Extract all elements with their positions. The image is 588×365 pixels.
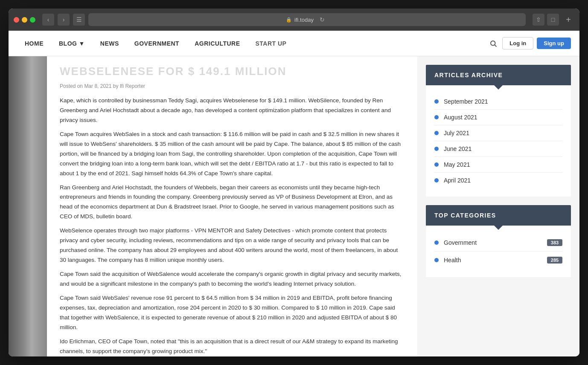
archive-widget-body: September 2021 August 2021 July 2021: [426, 85, 571, 197]
category-item-government[interactable]: Government 383: [434, 234, 562, 252]
url-text: ifi.today: [294, 17, 314, 23]
categories-header-triangle: [494, 226, 503, 230]
lock-icon: 🔒: [286, 17, 292, 23]
left-bg-gradient: [9, 56, 47, 356]
category-dot: [434, 258, 439, 262]
nav-news[interactable]: NEWS: [93, 31, 127, 56]
svg-point-0: [491, 41, 495, 46]
browser-titlebar: ‹ › ☰ 🔒 ifi.today ↻ ⇧ □ +: [9, 9, 579, 31]
back-button[interactable]: ‹: [42, 14, 54, 26]
site-nav: HOME BLOG ▼ NEWS GOVERNMENT AGRICULTURE …: [17, 31, 488, 56]
site-header: HOME BLOG ▼ NEWS GOVERNMENT AGRICULTURE …: [9, 31, 579, 56]
category-count: 383: [547, 239, 562, 246]
archive-label: July 2021: [444, 130, 469, 136]
forward-button[interactable]: ›: [58, 14, 70, 26]
article-heading-wrapper: WEBSELENESE FOR $ 149.1 MILLION: [60, 65, 405, 78]
sidebar-toggle-button[interactable]: ☰: [73, 14, 85, 26]
archive-item-may2021[interactable]: May 2021: [434, 157, 562, 173]
left-background: [9, 56, 47, 356]
browser-actions: ⇧ □: [533, 14, 559, 26]
archive-dot: [434, 147, 439, 151]
nav-blog[interactable]: BLOG ▼: [51, 31, 93, 56]
minimize-button[interactable]: [22, 17, 27, 23]
archive-widget-header: ARTICLES ARCHIVE: [426, 65, 571, 85]
archive-label: June 2021: [444, 145, 472, 152]
search-button[interactable]: [488, 38, 499, 49]
traffic-lights: [14, 17, 35, 23]
archive-item-sep2021[interactable]: September 2021: [434, 94, 562, 110]
header-actions: Log in Sign up: [488, 37, 571, 49]
archive-label: August 2021: [444, 114, 477, 121]
right-sidebar: ARTICLES ARCHIVE September 2021 August 2…: [417, 56, 579, 356]
nav-home[interactable]: HOME: [17, 31, 51, 56]
archive-dot: [434, 115, 439, 119]
category-item-health[interactable]: Health 285: [434, 252, 562, 269]
chevron-down-icon: ▼: [79, 40, 84, 47]
archive-item-aug2021[interactable]: August 2021: [434, 110, 562, 125]
address-bar[interactable]: 🔒 ifi.today ↻: [88, 13, 526, 26]
archive-label: May 2021: [444, 161, 470, 168]
archive-widget: ARTICLES ARCHIVE September 2021 August 2…: [426, 65, 571, 197]
archive-widget-title: ARTICLES ARCHIVE: [434, 72, 562, 78]
categories-widget-header: TOP CATEGORIES: [426, 205, 571, 226]
archive-item-jun2021[interactable]: June 2021: [434, 141, 562, 157]
category-name: Government: [444, 239, 477, 246]
category-name: Health: [444, 257, 461, 264]
article-paragraph-6: Cape Town said WebSales' revenue rose 91…: [60, 293, 405, 333]
category-left: Government: [434, 239, 477, 246]
categories-widget-body: Government 383 Health 285: [426, 226, 571, 277]
archive-dot: [434, 131, 439, 135]
category-left: Health: [434, 257, 461, 264]
article-paragraph-5: Cape Town said the acquisition of WebSal…: [60, 269, 405, 289]
archive-label: September 2021: [444, 98, 488, 105]
article-paragraph-4: WebSelence operates through two major pl…: [60, 226, 405, 265]
article-paragraph-7: Ido Erlichman, CEO of Cape Town, noted t…: [60, 337, 405, 356]
content-area: WEBSELENESE FOR $ 149.1 MILLION Posted o…: [9, 56, 579, 356]
login-button[interactable]: Log in: [502, 37, 533, 49]
article-heading: WEBSELENESE FOR $ 149.1 MILLION: [60, 65, 287, 78]
nav-government[interactable]: GOVERNMENT: [127, 31, 187, 56]
article-body: Kape, which is controlled by businessman…: [60, 96, 405, 356]
archive-dot: [434, 162, 439, 167]
article-paragraph-1: Kape, which is controlled by businessman…: [60, 96, 405, 125]
archive-item-jul2021[interactable]: July 2021: [434, 125, 562, 141]
article-paragraph-2: Cape Town acquires WebSales in a stock a…: [60, 130, 405, 179]
nav-agriculture[interactable]: AGRICULTURE: [187, 31, 247, 56]
archive-header-triangle: [494, 85, 503, 90]
category-dot: [434, 240, 439, 245]
reload-button[interactable]: ↻: [316, 14, 328, 26]
main-content: WEBSELENESE FOR $ 149.1 MILLION Posted o…: [47, 56, 417, 356]
archive-dot: [434, 178, 439, 182]
nav-startup[interactable]: START UP: [248, 31, 294, 56]
article-paragraph-3: Ran Greenberg and Ariel Hochstadt, the f…: [60, 183, 405, 222]
add-tab-button[interactable]: +: [562, 14, 574, 26]
category-count: 285: [547, 257, 562, 264]
archive-dot: [434, 99, 439, 104]
svg-line-1: [495, 45, 497, 46]
categories-widget: TOP CATEGORIES Government 383: [426, 205, 571, 277]
signup-button[interactable]: Sign up: [537, 38, 571, 49]
website: HOME BLOG ▼ NEWS GOVERNMENT AGRICULTURE …: [9, 31, 579, 356]
archive-label: April 2021: [444, 177, 471, 184]
search-icon: [489, 40, 497, 47]
tab-view-button[interactable]: □: [547, 14, 559, 26]
share-button[interactable]: ⇧: [533, 14, 544, 26]
maximize-button[interactable]: [30, 17, 35, 23]
browser-window: ‹ › ☰ 🔒 ifi.today ↻ ⇧ □ + HOME BLOG ▼ NE…: [9, 9, 579, 356]
categories-widget-title: TOP CATEGORIES: [434, 212, 562, 219]
archive-item-apr2021[interactable]: April 2021: [434, 173, 562, 188]
close-button[interactable]: [14, 17, 19, 23]
article-meta: Posted on Mar 8, 2021 by Ifi Reporter: [60, 83, 405, 89]
